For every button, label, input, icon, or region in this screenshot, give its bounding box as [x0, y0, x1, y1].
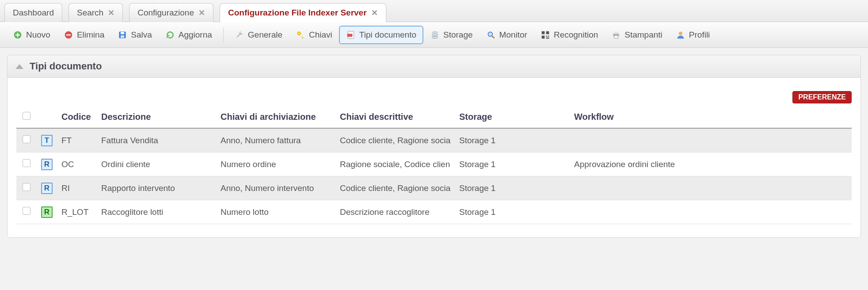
cell-storage: Storage 1 [455, 153, 570, 176]
select-all-checkbox[interactable] [23, 112, 30, 120]
row-checkbox[interactable] [23, 159, 30, 167]
svg-rect-20 [614, 31, 618, 34]
refresh-icon [165, 30, 175, 40]
button-label: Generale [248, 30, 282, 40]
cell-storage: Storage 1 [455, 200, 570, 224]
col-descrizione[interactable]: Descrizione [97, 106, 216, 128]
svg-point-6 [298, 33, 300, 34]
tab-label: Search [77, 8, 103, 18]
recognition-button[interactable]: Recognition [534, 26, 605, 44]
cell-chiavi-descrittive: Ragione sociale, Codice clien [335, 153, 455, 176]
svg-rect-14 [546, 31, 549, 34]
cell-workflow [570, 128, 852, 153]
table-row[interactable]: R R_LOT Raccoglitore lotti Numero lotto … [16, 200, 852, 224]
close-icon[interactable]: ✕ [371, 9, 378, 17]
tab-dashboard[interactable]: Dashboard [4, 3, 62, 22]
type-badge: R [41, 206, 53, 218]
aggiorna-button[interactable]: Aggiorna [159, 26, 219, 44]
cell-codice: R_LOT [57, 200, 97, 224]
collapse-toggle-icon[interactable] [15, 64, 23, 69]
save-icon [118, 30, 127, 40]
svg-rect-16 [546, 35, 548, 37]
tab-bar: Dashboard Search ✕ Configurazione ✕ Conf… [0, 0, 868, 22]
svg-rect-17 [548, 35, 549, 37]
svg-rect-15 [542, 35, 545, 38]
pdf-icon [346, 30, 356, 40]
storage-button[interactable]: Storage [423, 26, 480, 44]
nuovo-button[interactable]: Nuovo [6, 26, 57, 44]
button-label: Recognition [554, 30, 598, 40]
close-icon[interactable]: ✕ [108, 9, 114, 17]
cell-descrizione: Ordini cliente [97, 153, 216, 176]
cell-chiavi-descrittive: Codice cliente, Ragione socia [335, 128, 455, 153]
cell-chiavi-archiviazione: Anno, Numero fattura [216, 128, 335, 153]
monitor-button[interactable]: Monitor [480, 26, 534, 44]
table-row[interactable]: T FT Fattura Vendita Anno, Numero fattur… [16, 128, 852, 153]
table-row[interactable]: R OC Ordini cliente Numero ordine Ragion… [16, 153, 852, 176]
col-chiavi-descrittive[interactable]: Chiavi descrittive [335, 106, 455, 128]
cell-chiavi-archiviazione: Anno, Numero intervento [216, 176, 335, 200]
stampanti-button[interactable]: Stampanti [605, 26, 669, 44]
cell-storage: Storage 1 [455, 128, 570, 153]
profili-button[interactable]: Profili [669, 26, 717, 44]
tab-configurazione[interactable]: Configurazione ✕ [129, 3, 213, 22]
col-chiavi-archiviazione[interactable]: Chiavi di archiviazione [216, 106, 335, 128]
cell-chiavi-descrittive: Descrizione raccoglitore [335, 200, 455, 224]
type-badge: T [41, 135, 53, 146]
svg-point-12 [488, 32, 492, 36]
button-label: Nuovo [26, 30, 50, 40]
button-label: Tipi documento [359, 30, 416, 40]
button-label: Aggiorna [179, 30, 212, 40]
svg-point-22 [679, 31, 682, 35]
tab-configurazione-file-indexer[interactable]: Configurazione File Indexer Server ✕ [220, 3, 386, 22]
cell-descrizione: Fattura Vendita [97, 128, 216, 153]
col-codice[interactable]: Codice [57, 106, 97, 128]
tipi-documento-button[interactable]: Tipi documento [339, 26, 423, 44]
cell-storage: Storage 1 [455, 176, 570, 200]
cell-chiavi-descrittive: Codice cliente, Ragione socia [335, 176, 455, 200]
type-badge: R [41, 159, 53, 170]
button-label: Chiavi [309, 30, 332, 40]
row-checkbox[interactable] [23, 183, 30, 191]
tab-label: Configurazione [137, 8, 194, 18]
col-storage[interactable]: Storage [455, 106, 570, 128]
panel-body: PREFERENZE Codice Descrizione Chiavi di … [8, 78, 860, 237]
cell-codice: OC [57, 153, 97, 176]
separator [223, 27, 224, 42]
tab-label: Configurazione File Indexer Server [228, 8, 367, 18]
button-label: Storage [443, 30, 473, 40]
panel-title: Tipi documento [30, 61, 102, 72]
salva-button[interactable]: Salva [111, 26, 159, 44]
tab-search[interactable]: Search ✕ [69, 3, 123, 22]
cell-workflow [570, 176, 852, 200]
elimina-button[interactable]: Elimina [57, 26, 111, 44]
button-label: Profili [689, 30, 710, 40]
svg-rect-3 [121, 32, 124, 34]
type-badge: R [41, 183, 53, 194]
row-checkbox[interactable] [23, 207, 30, 215]
cell-workflow [570, 200, 852, 224]
cell-codice: RI [57, 176, 97, 200]
row-checkbox[interactable] [23, 135, 30, 143]
button-label: Stampanti [624, 30, 662, 40]
generale-button[interactable]: Generale [228, 26, 289, 44]
tipi-documento-table: Codice Descrizione Chiavi di archiviazio… [16, 106, 852, 224]
remove-icon [64, 30, 73, 40]
col-workflow[interactable]: Workflow [570, 106, 852, 128]
chiavi-button[interactable]: Chiavi [289, 26, 339, 44]
tab-label: Dashboard [13, 8, 54, 18]
table-row[interactable]: R RI Rapporto intervento Anno, Numero in… [16, 176, 852, 200]
svg-rect-8 [347, 34, 352, 37]
cell-chiavi-archiviazione: Numero lotto [216, 200, 335, 224]
toolbar: Nuovo Elimina Salva Aggiorna Generale [0, 22, 868, 48]
key-icon [296, 30, 305, 40]
button-label: Elimina [77, 30, 104, 40]
qr-icon [541, 30, 550, 40]
close-icon[interactable]: ✕ [198, 9, 205, 17]
preferenze-button[interactable]: PREFERENZE [792, 91, 852, 103]
add-icon [13, 30, 23, 40]
svg-rect-18 [546, 37, 549, 38]
user-icon [676, 30, 685, 40]
cell-codice: FT [57, 128, 97, 153]
magnifier-icon [486, 30, 496, 40]
